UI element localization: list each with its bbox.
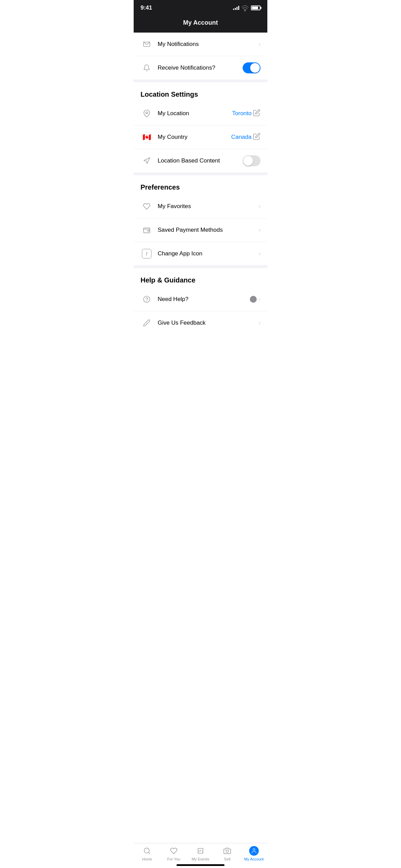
bell-icon [141,62,153,74]
notifications-group: My Notifications › Receive Notifications… [134,33,267,80]
favorites-right: › [259,203,260,209]
status-icons [233,4,260,12]
battery-icon [251,5,260,10]
need-help-right: › [250,296,260,303]
my-country-value: Canada [231,134,252,141]
feedback-right: › [259,320,260,326]
svg-rect-5 [148,230,149,231]
help-guidance-header: Help & Guidance [134,268,267,288]
location-settings-header: Location Settings [134,82,267,102]
svg-point-0 [245,10,246,11]
svg-point-6 [144,296,150,302]
my-country-value-wrapper: Canada [231,133,260,142]
wifi-icon [241,4,249,12]
location-pin-icon [141,107,153,120]
envelope-icon [141,38,153,50]
status-bar: 9:41 [134,0,267,15]
notifications-right: › [259,41,260,47]
app-icon-t: t [141,248,153,260]
saved-payment-label: Saved Payment Methods [158,227,259,233]
location-settings-group: Location Settings My Location Toronto [134,82,267,172]
wallet-icon [141,224,153,236]
my-notifications-item[interactable]: My Notifications › [134,33,267,56]
signal-bars-icon [233,6,239,10]
give-feedback-label: Give Us Feedback [158,320,259,326]
notifications-label: My Notifications [158,41,259,48]
chevron-icon: › [259,320,260,326]
location-based-content-toggle[interactable] [243,155,260,166]
heart-icon [141,200,153,213]
give-feedback-item[interactable]: Give Us Feedback › [134,311,267,335]
change-app-icon-item[interactable]: t Change App Icon › [134,242,267,265]
notification-dot [250,296,257,303]
chevron-icon: › [259,41,260,47]
need-help-label: Need Help? [158,296,250,303]
chevron-icon: › [259,251,260,257]
receive-notifications-item[interactable]: Receive Notifications? [134,56,267,80]
payment-right: › [259,227,260,233]
preferences-header: Preferences [134,175,267,195]
svg-point-2 [146,112,148,114]
saved-payment-methods-item[interactable]: Saved Payment Methods › [134,218,267,242]
edit-location-icon [253,109,260,118]
status-time: 9:41 [141,4,152,11]
flag-canada-icon: 🇨🇦 [141,131,153,143]
my-location-value: Toronto [232,110,252,117]
need-help-item[interactable]: Need Help? › [134,288,267,311]
my-country-item[interactable]: 🇨🇦 My Country Canada [134,125,267,149]
edit-country-icon [253,133,260,142]
page-title: My Account [183,19,218,26]
page-header: My Account [134,15,267,33]
chevron-icon: › [259,296,260,302]
change-app-icon-label: Change App Icon [158,250,259,257]
question-circle-icon [141,293,153,305]
my-country-label: My Country [158,134,231,141]
my-location-item[interactable]: My Location Toronto [134,102,267,125]
location-based-content-item[interactable]: Location Based Content [134,149,267,172]
navigation-icon [141,155,153,167]
preferences-group: Preferences My Favorites › Save [134,175,267,265]
pencil-icon [141,317,153,329]
svg-marker-3 [144,158,150,164]
location-based-content-label: Location Based Content [158,157,243,164]
help-guidance-group: Help & Guidance Need Help? › [134,268,267,335]
my-favorites-item[interactable]: My Favorites › [134,195,267,218]
my-location-value-wrapper: Toronto [232,109,260,118]
my-location-label: My Location [158,110,232,117]
receive-notifications-label: Receive Notifications? [158,64,243,71]
receive-notifications-toggle[interactable] [243,62,260,73]
app-icon-right: › [259,251,260,257]
my-favorites-label: My Favorites [158,203,259,210]
chevron-icon: › [259,227,260,233]
divider-2 [134,172,267,175]
divider-3 [134,265,267,268]
divider-1 [134,80,267,82]
content-area: My Notifications › Receive Notifications… [134,33,267,365]
chevron-icon: › [259,203,260,209]
